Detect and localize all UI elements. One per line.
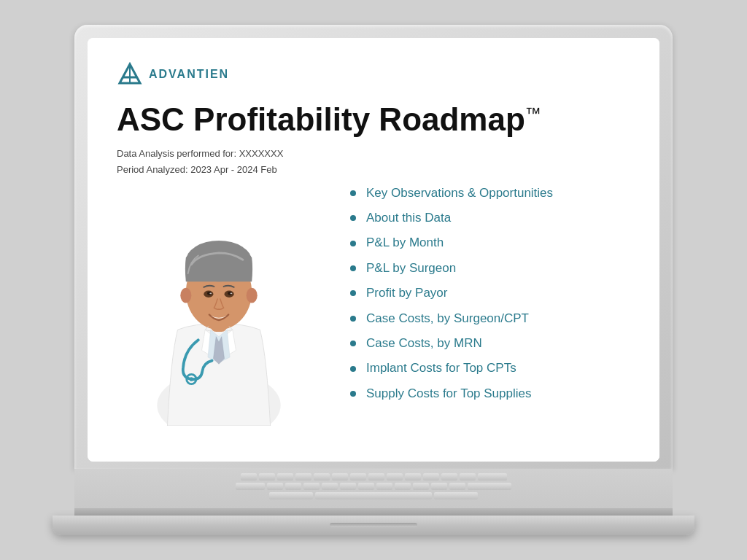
key-row-3 <box>96 492 651 499</box>
key <box>460 473 476 481</box>
key <box>431 483 447 490</box>
key <box>368 473 384 481</box>
key <box>285 483 301 490</box>
menu-item[interactable]: Case Costs, by Surgeon/CPT <box>350 311 630 326</box>
bullet-icon <box>350 316 356 322</box>
title-text: ASC Profitability Roadmap <box>117 101 525 137</box>
svg-point-16 <box>180 288 191 303</box>
menu-item-label: Implant Costs for Top CPTs <box>366 361 516 376</box>
svg-point-6 <box>190 377 194 381</box>
key <box>269 492 313 499</box>
logo-icon <box>117 61 143 88</box>
meta-info: Data Analysis performed for: XXXXXXX Per… <box>117 146 630 178</box>
svg-point-15 <box>231 293 233 295</box>
key <box>387 473 403 481</box>
menu-item-label: P&L by Month <box>366 236 444 250</box>
bullet-icon <box>350 241 356 246</box>
key <box>405 473 421 481</box>
key <box>468 483 511 490</box>
svg-point-17 <box>247 288 258 303</box>
laptop-base <box>53 516 694 535</box>
key <box>358 483 374 490</box>
bullet-icon <box>350 366 356 372</box>
menu-item-label: Supply Costs for Top Supplies <box>366 386 531 401</box>
menu-item[interactable]: About this Data <box>350 211 630 225</box>
menu-item[interactable]: Case Costs, by MRN <box>350 336 630 351</box>
key <box>350 473 366 481</box>
laptop-container: ADVANTIEN ASC Profitability Roadmap™ Dat… <box>74 25 673 535</box>
data-line1: Data Analysis performed for: XXXXXXX <box>117 146 630 162</box>
trackpad-notch <box>330 523 417 527</box>
key <box>267 483 283 490</box>
brand-name: ADVANTIEN <box>149 68 229 81</box>
key <box>423 473 439 481</box>
menu-item-label: Case Costs, by Surgeon/CPT <box>366 311 529 326</box>
svg-point-14 <box>209 293 212 295</box>
menu-item-label: P&L by Surgeon <box>366 261 456 276</box>
key <box>478 473 507 481</box>
bullet-icon <box>350 215 356 221</box>
key <box>236 483 265 490</box>
laptop-screen-bezel: ADVANTIEN ASC Profitability Roadmap™ Dat… <box>88 38 659 462</box>
menu-item-label: Key Observations & Opportunities <box>366 186 553 201</box>
laptop-hinge <box>74 508 673 516</box>
laptop-screen-outer: ADVANTIEN ASC Profitability Roadmap™ Dat… <box>74 25 673 469</box>
key <box>434 492 478 499</box>
key <box>413 483 429 490</box>
bullet-icon <box>350 290 356 296</box>
key <box>259 473 275 481</box>
navigation-menu: Key Observations & OpportunitiesAbout th… <box>350 186 630 402</box>
menu-item[interactable]: Key Observations & Opportunities <box>350 186 630 201</box>
key <box>340 483 356 490</box>
menu-item[interactable]: Supply Costs for Top Supplies <box>350 386 630 401</box>
key <box>295 473 311 481</box>
key-row-1 <box>96 473 651 481</box>
key <box>449 483 465 490</box>
key <box>441 473 457 481</box>
spacebar-key <box>315 492 432 499</box>
doctor-figure <box>131 200 306 426</box>
page-title: ASC Profitability Roadmap™ <box>117 102 630 137</box>
menu-item[interactable]: P&L by Month <box>350 236 630 250</box>
screen-content: ADVANTIEN ASC Profitability Roadmap™ Dat… <box>88 38 659 462</box>
keyboard-area <box>74 469 673 508</box>
menu-item-label: Case Costs, by MRN <box>366 336 482 351</box>
key <box>322 483 338 490</box>
trademark: ™ <box>525 104 541 122</box>
menu-item[interactable]: P&L by Surgeon <box>350 261 630 276</box>
menu-item-label: About this Data <box>366 211 451 225</box>
bullet-icon <box>350 391 356 397</box>
bullet-icon <box>350 190 356 196</box>
bullet-icon <box>350 341 356 346</box>
doctor-image-area <box>117 200 321 426</box>
key <box>314 473 330 481</box>
menu-list-area: Key Observations & OpportunitiesAbout th… <box>321 186 630 427</box>
menu-item-label: Profit by Payor <box>366 286 448 300</box>
key <box>332 473 348 481</box>
data-line2: Period Analyzed: 2023 Apr - 2024 Feb <box>117 162 630 178</box>
key <box>241 473 257 481</box>
menu-item[interactable]: Implant Costs for Top CPTs <box>350 361 630 376</box>
key <box>277 473 293 481</box>
key <box>303 483 320 490</box>
bullet-icon <box>350 265 356 271</box>
menu-item[interactable]: Profit by Payor <box>350 286 630 300</box>
content-row: Key Observations & OpportunitiesAbout th… <box>117 186 630 427</box>
logo-area: ADVANTIEN <box>117 61 630 88</box>
key <box>376 483 392 490</box>
key <box>395 483 411 490</box>
key-row-2 <box>96 483 651 490</box>
